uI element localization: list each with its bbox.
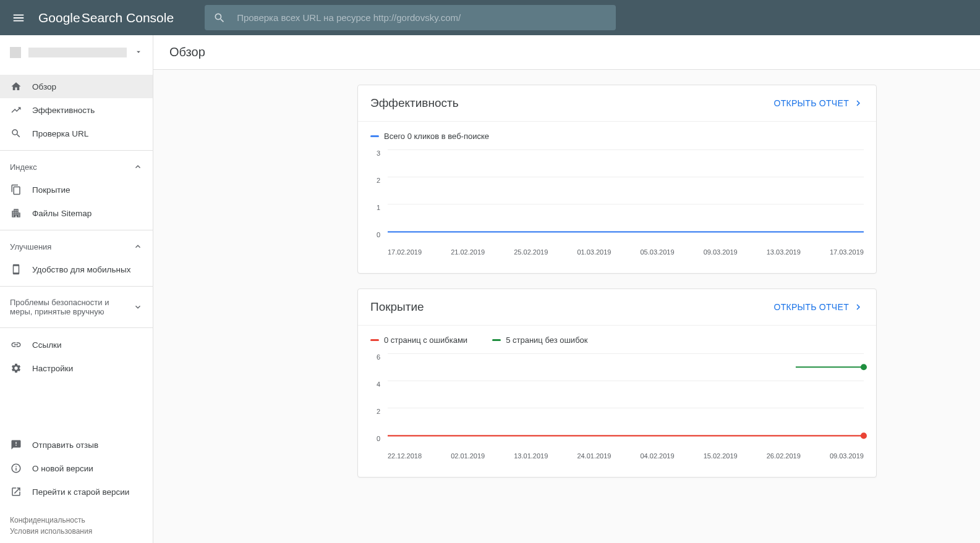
sidebar-item-label: Обзор xyxy=(32,82,56,91)
sidebar-item-label: О новой версии xyxy=(32,464,93,473)
sidebar-item-sitemaps[interactable]: Файлы Sitemap xyxy=(0,201,153,225)
info-icon xyxy=(10,462,22,474)
sidebar-group-enhancements[interactable]: Улучшения xyxy=(0,235,153,258)
sidebar-item-label: Проверка URL xyxy=(32,129,88,138)
sidebar: Обзор Эффективность Проверка URL Индекс xyxy=(0,35,153,543)
page-title: Обзор xyxy=(169,45,205,59)
exit-icon xyxy=(10,486,22,498)
card-title-performance: Эффективность xyxy=(370,96,459,110)
legend-swatch-valid xyxy=(492,339,501,341)
chevron-right-icon xyxy=(853,98,864,109)
sidebar-footer: Конфиденциальность Условия использования xyxy=(0,508,153,543)
sidebar-group-security[interactable]: Проблемы безопасности и меры, принятые в… xyxy=(0,292,153,322)
home-icon xyxy=(10,80,22,93)
sidebar-item-label: Файлы Sitemap xyxy=(32,209,92,218)
legend-swatch-errors xyxy=(370,339,379,341)
chevron-down-icon xyxy=(134,48,143,56)
sidebar-item-label: Эффективность xyxy=(32,106,95,115)
sidebar-group-label: Проблемы безопасности и меры, принятые в… xyxy=(10,298,115,316)
app-header: Google Search Console xyxy=(0,0,980,35)
sitemap-icon xyxy=(10,207,22,219)
sidebar-item-label: Покрытие xyxy=(32,185,70,195)
legend-swatch-clicks xyxy=(370,135,379,137)
search-icon xyxy=(213,12,226,24)
sidebar-group-label: Улучшения xyxy=(10,242,51,251)
search-icon xyxy=(10,127,22,140)
legend-coverage: 0 страниц с ошибками 5 страниц без ошибо… xyxy=(370,335,864,345)
open-report-label: ОТКРЫТЬ ОТЧЕТ xyxy=(773,98,849,108)
legend-label-valid: 5 страниц без ошибок xyxy=(506,335,587,345)
card-performance: Эффективность ОТКРЫТЬ ОТЧЕТ Всего 0 клик… xyxy=(357,85,877,274)
sidebar-item-label: Удобство для мобильных xyxy=(32,265,130,274)
search-input[interactable] xyxy=(237,12,607,23)
sidebar-item-label: Перейти к старой версии xyxy=(32,487,129,497)
property-name-redacted xyxy=(28,48,127,57)
open-report-performance[interactable]: ОТКРЫТЬ ОТЧЕТ xyxy=(773,98,864,109)
sidebar-item-label: Настройки xyxy=(32,364,73,373)
property-icon xyxy=(10,47,21,58)
sidebar-item-label: Ссылки xyxy=(32,340,62,350)
sidebar-item-mobile-usability[interactable]: Удобство для мобильных xyxy=(0,258,153,281)
open-report-coverage[interactable]: ОТКРЫТЬ ОТЧЕТ xyxy=(773,301,864,313)
trending-up-icon xyxy=(10,104,22,116)
url-inspection-searchbar[interactable] xyxy=(205,5,616,30)
main-content: Обзор Эффективность ОТКРЫТЬ ОТЧЕТ xyxy=(153,35,980,543)
link-icon xyxy=(10,339,22,351)
gear-icon xyxy=(10,362,22,374)
sidebar-item-settings[interactable]: Настройки xyxy=(0,356,153,380)
chevron-up-icon xyxy=(133,242,143,251)
sidebar-item-about-new[interactable]: О новой версии xyxy=(0,457,153,480)
smartphone-icon xyxy=(10,263,22,276)
dropdown-arrow xyxy=(134,48,143,58)
card-coverage: Покрытие ОТКРЫТЬ ОТЧЕТ 0 страниц с ошибк… xyxy=(357,288,877,478)
logo-product-text: Search Console xyxy=(82,11,174,25)
hamburger-menu-button[interactable] xyxy=(11,11,26,25)
svg-point-1 xyxy=(861,364,867,370)
chevron-down-icon xyxy=(133,302,143,312)
copy-icon xyxy=(10,183,22,196)
sidebar-item-old-version[interactable]: Перейти к старой версии xyxy=(0,480,153,503)
sidebar-item-label: Отправить отзыв xyxy=(32,440,98,450)
logo-google-text: Google xyxy=(38,11,80,25)
chart-coverage: 024622.12.201802.01.201913.01.201924.01.… xyxy=(377,353,864,465)
chart-performance: 012317.02.201921.02.201925.02.201901.03.… xyxy=(377,149,864,261)
sidebar-item-feedback[interactable]: Отправить отзыв xyxy=(0,433,153,457)
sidebar-item-performance[interactable]: Эффективность xyxy=(0,98,153,122)
sidebar-item-overview[interactable]: Обзор xyxy=(0,75,153,98)
menu-icon xyxy=(12,11,25,25)
chevron-right-icon xyxy=(853,301,864,313)
product-logo: Google Search Console xyxy=(38,11,174,25)
footer-link-terms[interactable]: Условия использования xyxy=(10,527,92,536)
legend-label-clicks: Всего 0 кликов в веб-поиске xyxy=(384,132,489,141)
legend-label-errors: 0 страниц с ошибками xyxy=(384,335,467,345)
feedback-icon xyxy=(10,439,22,451)
footer-link-privacy[interactable]: Конфиденциальность xyxy=(10,516,85,524)
sidebar-item-coverage[interactable]: Покрытие xyxy=(0,178,153,201)
open-report-label: ОТКРЫТЬ ОТЧЕТ xyxy=(773,302,849,312)
sidebar-group-index[interactable]: Индекс xyxy=(0,156,153,178)
page-title-bar: Обзор xyxy=(153,35,980,70)
sidebar-item-url-inspection[interactable]: Проверка URL xyxy=(0,122,153,145)
sidebar-item-links[interactable]: Ссылки xyxy=(0,333,153,356)
card-title-coverage: Покрытие xyxy=(370,300,424,314)
chevron-up-icon xyxy=(133,162,143,172)
property-selector[interactable] xyxy=(0,35,153,70)
sidebar-group-label: Индекс xyxy=(10,162,37,172)
legend-performance: Всего 0 кликов в веб-поиске xyxy=(370,132,864,141)
